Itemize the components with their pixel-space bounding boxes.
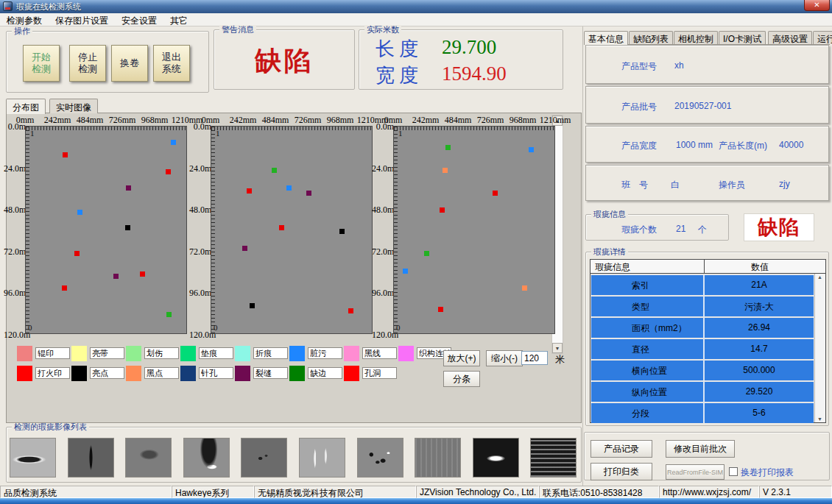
op-button-3[interactable]: 换卷 [111,45,148,82]
defect-point[interactable] [438,307,443,312]
op-button-4[interactable]: 退出系统 [153,45,190,82]
detail-row[interactable]: 索引21A [591,275,814,295]
warning-group-title: 警告消息 [219,25,256,34]
defect-point[interactable] [247,188,252,194]
operation-group: 操作 开始检测停止检测换卷退出系统 [6,31,209,93]
legend-item: 黑线 [344,346,397,361]
menu-item-1[interactable]: 检测参数 [0,13,49,26]
detail-row[interactable]: 直径14.7 [591,339,814,359]
split-button[interactable]: 分条 [443,371,480,387]
right-tab-1[interactable]: 基本信息 [584,31,628,45]
defect-point[interactable] [424,251,429,256]
view-tab-1[interactable]: 分布图 [6,99,46,114]
menu-item-2[interactable]: 保存图片设置 [49,13,115,26]
defect-point[interactable] [286,185,292,191]
right-tab-4[interactable]: I/O卡测试 [719,31,766,44]
scatter-plot-3[interactable]: 10 [393,126,555,334]
defect-point[interactable] [443,168,448,173]
defect-thumbnail-10[interactable] [530,438,577,478]
defect-point[interactable] [279,225,284,230]
scroll-down-icon[interactable]: ▼ [552,343,563,353]
detail-row[interactable]: 纵向位置29.520 [591,382,814,402]
scatter-plot-2[interactable]: 10 [211,126,373,334]
table-scrollbar[interactable]: ▲ ▼ [814,274,825,422]
warning-group: 警告消息 缺陷 [214,29,355,90]
defect-point[interactable] [348,308,353,313]
right-tab-5[interactable]: 高级设置 [768,31,812,44]
print-classify-button[interactable]: 打印归类 [590,463,652,480]
defect-thumbnail-7[interactable] [357,438,403,478]
defect-thumbnail-1[interactable] [10,438,56,478]
detail-row[interactable]: 面积（mm2）26.94 [591,318,814,338]
defect-point[interactable] [63,152,68,157]
y-tick-label: 120.0m [372,330,394,341]
defect-point[interactable] [242,246,247,251]
defect-point[interactable] [74,251,80,256]
zoom-out-button[interactable]: 缩小(-) [486,350,523,366]
defect-point[interactable] [125,225,130,230]
defect-point[interactable] [166,312,172,317]
defect-point[interactable] [493,191,498,196]
title-bar: 瑕疵在线检测系统 ✕ [0,0,832,13]
detail-row-value: 污渍-大 [705,297,814,316]
detail-row[interactable]: 横向位置500.000 [591,361,814,380]
defect-point[interactable] [171,140,176,145]
table-scroll-up-icon[interactable]: ▲ [817,274,822,280]
defect-point[interactable] [62,285,67,291]
modify-batch-button[interactable]: 修改目前批次 [666,440,735,458]
defect-point[interactable] [339,229,345,234]
defect-point[interactable] [403,269,408,274]
table-scroll-down-icon[interactable]: ▼ [817,416,822,422]
op-button-2[interactable]: 停止检测 [69,45,106,82]
defect-thumbnail-9[interactable] [473,438,519,478]
defect-thumbnail-8[interactable] [415,438,461,478]
detail-row[interactable]: 类型污渍-大 [591,297,814,316]
x-tick-label: 242mm [412,115,440,126]
close-button[interactable]: ✕ [804,0,830,11]
defect-point[interactable] [306,191,311,196]
right-tab-6[interactable]: 运行状态信息 [813,31,832,44]
defect-point[interactable] [522,285,527,291]
defect-point[interactable] [77,210,82,215]
defect-thumbnail-5[interactable] [241,438,287,478]
defect-thumbnail-4[interactable] [183,438,230,478]
operation-group-title: 操作 [12,26,32,35]
menu-item-4[interactable]: 其它 [163,13,194,26]
status-cell-3: 无锡精质视觉科技有限公司 [254,486,416,498]
y-tick-label: 96.0m [189,288,211,299]
menu-item-3[interactable]: 安全设置 [115,13,163,26]
print-on-roll-change-checkbox[interactable] [729,467,738,476]
defect-image-list-group: 检测的瑕疵影像列表 [6,427,582,483]
defect-point[interactable] [140,271,145,277]
right-tab-3[interactable]: 相机控制 [674,31,718,44]
defect-point[interactable] [440,207,445,213]
defect-point[interactable] [113,274,119,279]
defect-point[interactable] [126,185,131,191]
defect-thumbnail-2[interactable] [68,438,114,478]
defect-point[interactable] [445,145,451,150]
taskbar-edge [0,498,832,504]
y-axis-ticks [26,127,29,333]
defect-thumbnail-3[interactable] [125,438,172,478]
legend-label: 折痕 [253,347,288,359]
range-input[interactable] [521,351,548,365]
x-axis-ticks [394,127,554,130]
legend-item: 划伤 [126,346,179,361]
meter-label-2: 宽度 [376,63,423,88]
op-button-1[interactable]: 开始检测 [23,45,60,82]
product-record-button[interactable]: 产品记录 [590,440,652,458]
zoom-in-button[interactable]: 放大(+) [443,350,480,366]
defect-point[interactable] [272,168,277,173]
y-tick-label: 72.0m [189,246,211,258]
legend-label: 黑点 [144,367,179,379]
defect-point[interactable] [250,303,255,308]
detail-row[interactable]: 分段5-6 [591,403,814,423]
defect-thumbnail-6[interactable] [299,438,345,478]
view-tab-2[interactable]: 实时图像 [49,99,98,113]
defect-point[interactable] [166,169,171,174]
segment-marker-bottom: 0 [28,323,32,332]
right-tab-2[interactable]: 缺陷列表 [629,31,673,44]
scatter-plot-1[interactable]: 10 [25,126,187,334]
defect-count-value: 21 [676,224,685,234]
defect-point[interactable] [529,147,534,152]
